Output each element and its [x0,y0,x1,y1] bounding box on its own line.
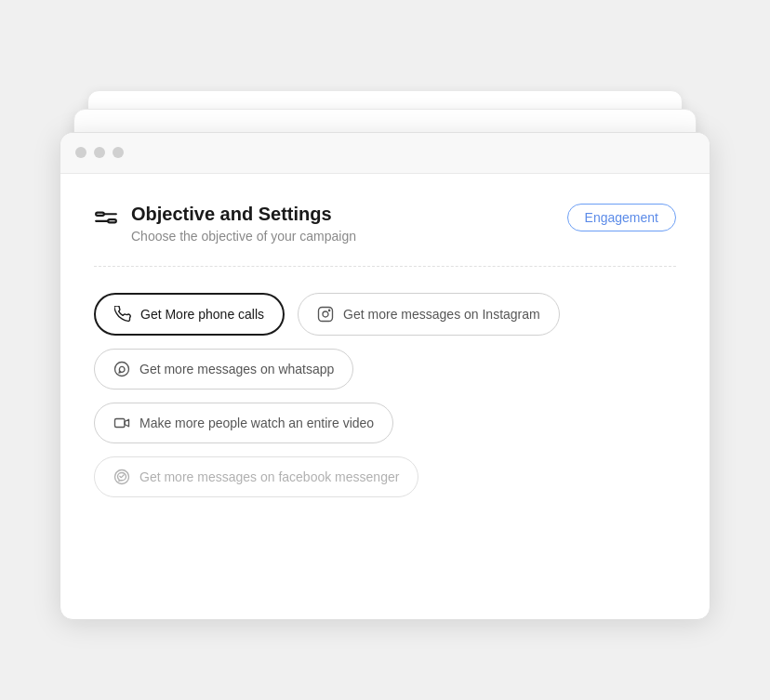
svg-rect-8 [115,418,126,427]
option-whatsapp-messages[interactable]: Get more messages on whatsapp [94,349,353,390]
svg-rect-1 [108,219,116,222]
option-phone-calls[interactable]: Get More phone calls [94,293,285,336]
options-row-3: Make more people watch an entire video [94,403,676,443]
option-instagram-messages[interactable]: Get more messages on Instagram [298,293,560,336]
section-divider [94,266,676,267]
options-grid: Get More phone calls Get more messages o… [94,293,676,497]
option-video-label: Make more people watch an entire video [139,416,374,430]
scene: Objective and Settings Choose the object… [60,81,710,620]
traffic-dot-2 [94,147,105,158]
header-subtitle: Choose the objective of your campaign [131,229,356,244]
options-row-4: Get more messages on facebook messenger [94,456,676,497]
engagement-badge-button[interactable]: Engagement [567,204,676,231]
option-messenger-label: Get more messages on facebook messenger [139,469,399,484]
option-facebook-messenger[interactable]: Get more messages on facebook messenger [94,456,418,497]
svg-rect-4 [319,307,333,321]
option-whatsapp-label: Get more messages on whatsapp [139,362,334,376]
svg-point-7 [115,362,129,376]
option-video-watch[interactable]: Make more people watch an entire video [94,403,393,443]
svg-point-5 [323,311,328,317]
options-row-1: Get More phone calls Get more messages o… [94,293,676,336]
header-text: Objective and Settings Choose the object… [131,204,356,244]
traffic-dot-3 [113,147,124,158]
option-phone-calls-label: Get More phone calls [140,307,264,322]
whatsapp-icon [113,361,130,377]
options-row-2: Get more messages on whatsapp [94,349,676,390]
header-title: Objective and Settings [131,204,356,225]
svg-rect-0 [96,212,104,215]
traffic-dot-1 [75,147,86,158]
phone-icon [114,306,131,323]
video-icon [113,415,130,431]
objectives-icon [94,205,118,230]
svg-point-6 [329,310,330,310]
header-row: Objective and Settings Choose the object… [94,204,676,244]
option-instagram-label: Get more messages on Instagram [343,307,540,322]
header-left: Objective and Settings Choose the object… [94,204,356,244]
main-window: Objective and Settings Choose the object… [60,132,710,620]
titlebar [60,133,710,174]
instagram-icon [317,306,334,323]
messenger-icon [113,469,130,485]
window-content: Objective and Settings Choose the object… [60,174,710,527]
